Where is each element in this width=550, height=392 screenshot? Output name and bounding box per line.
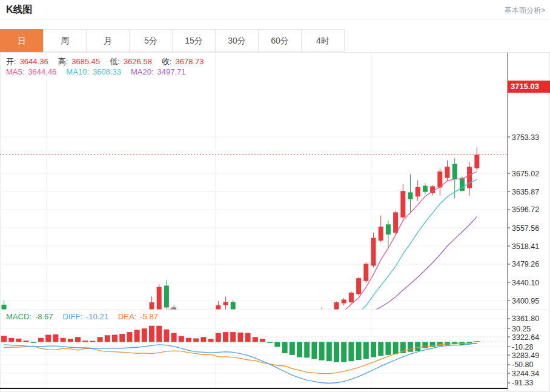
ohlc-open-value: 3644.36 — [20, 57, 48, 66]
svg-text:3440.10: 3440.10 — [512, 279, 539, 287]
svg-text:3322.64: 3322.64 — [512, 333, 539, 342]
macd-diff-value: -10.21 — [86, 312, 108, 321]
macd-dea-label: DEA: — [118, 312, 136, 321]
ohlc-low-value: 3626.58 — [124, 57, 152, 66]
axis-tick-labels: 3753.333675.023635.873596.723557.563518.… — [508, 133, 539, 388]
macd-readout: MACD:-8.67DIFF:-10.21DEA:-5.87 — [6, 312, 168, 321]
svg-text:3283.49: 3283.49 — [512, 351, 539, 360]
ma-ma5-label: MA5: — [6, 67, 24, 76]
svg-text:3675.02: 3675.02 — [512, 170, 539, 178]
macd-lines — [4, 344, 477, 384]
macd-dea-value: -5.87 — [140, 312, 158, 321]
ohlc-low-label: 低: — [110, 57, 120, 66]
ohlc-high-label: 高: — [58, 57, 68, 66]
svg-text:30.25: 30.25 — [512, 325, 531, 333]
svg-text:3400.95: 3400.95 — [512, 297, 539, 305]
macd-diff-label: DIFF: — [63, 312, 83, 321]
ma-readout: MA5:3644.46MA10:3608.33MA20:3497.71 — [6, 67, 196, 76]
diff-line — [4, 344, 477, 384]
gridlines — [0, 53, 549, 391]
ma-ma20-label: MA20: — [131, 67, 154, 76]
dea-line — [4, 344, 477, 374]
svg-text:3244.34: 3244.34 — [512, 370, 539, 378]
ohlc-high-value: 3685.45 — [71, 57, 100, 66]
ma-ma20-value: 3497.71 — [157, 67, 186, 76]
svg-text:3479.26: 3479.26 — [512, 260, 539, 268]
current-price-tag: 3715.03 — [508, 81, 550, 93]
macd-macd-label: MACD: — [6, 312, 31, 321]
svg-text:3361.80: 3361.80 — [512, 314, 539, 323]
ohlc-open-label: 开: — [6, 57, 16, 66]
ma-ma5-value: 3644.46 — [28, 67, 56, 76]
svg-text:3557.56: 3557.56 — [512, 224, 539, 233]
ma-ma10-label: MA10: — [66, 67, 89, 76]
macd-macd-value: -8.67 — [35, 312, 53, 321]
svg-text:-10.28: -10.28 — [512, 343, 533, 351]
svg-text:3518.41: 3518.41 — [512, 242, 539, 251]
svg-text:3635.87: 3635.87 — [512, 188, 539, 196]
ohlc-close-label: 收: — [162, 57, 172, 66]
ohlc-close-value: 3678.73 — [176, 57, 204, 66]
macd-histogram — [1, 326, 480, 362]
svg-text:-91.33: -91.33 — [512, 379, 533, 387]
ma-ma10-value: 3608.33 — [93, 67, 121, 76]
svg-text:3596.72: 3596.72 — [512, 205, 539, 214]
ohlc-readout: 开:3644.36高:3685.45低:3626.58收:3678.73 — [6, 56, 214, 67]
svg-text:3753.33: 3753.33 — [512, 133, 539, 142]
svg-text:-50.80: -50.80 — [512, 360, 533, 369]
